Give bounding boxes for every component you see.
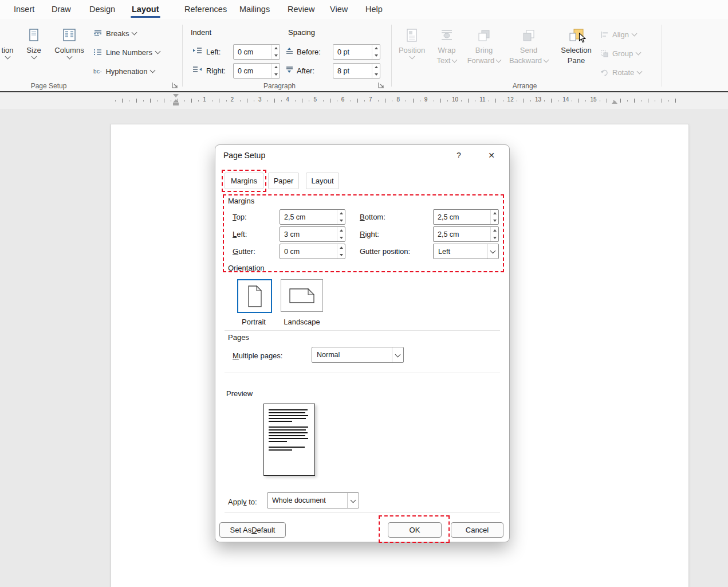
- spinner-up-icon[interactable]: [372, 45, 380, 52]
- columns-button[interactable]: Columns: [53, 27, 86, 82]
- spinner-up-icon[interactable]: [372, 64, 380, 71]
- indent-right-value: 0 cm: [234, 64, 271, 78]
- spinner-down-icon[interactable]: [372, 71, 380, 79]
- line-numbers-button-label: Line Numbers: [106, 48, 152, 57]
- spinner-down-icon[interactable]: [337, 234, 345, 242]
- spinner-up-icon[interactable]: [491, 227, 498, 234]
- portrait-option[interactable]: [237, 279, 272, 313]
- spinner-up-icon[interactable]: [337, 227, 345, 234]
- spinner-down-icon[interactable]: [337, 217, 345, 225]
- size-icon: [28, 27, 40, 44]
- menu-tab-design[interactable]: Design: [87, 0, 117, 19]
- right-margin-input[interactable]: 2,5 cm: [433, 226, 499, 242]
- tab-paper[interactable]: Paper: [268, 173, 299, 189]
- gutter-input[interactable]: 0 cm: [280, 244, 345, 259]
- page-setup-dialog-launcher-icon[interactable]: [172, 82, 179, 89]
- chevron-down-icon: [66, 54, 72, 60]
- paragraph-dialog-launcher-icon[interactable]: [378, 82, 385, 89]
- bottom-margin-input[interactable]: 2,5 cm: [433, 209, 499, 225]
- menu-tab-help[interactable]: Help: [363, 0, 385, 19]
- right-margin-value: 2,5 cm: [434, 227, 490, 241]
- multiple-pages-select[interactable]: Normal: [312, 347, 404, 363]
- menu-tab-references[interactable]: References: [182, 0, 229, 19]
- spinner-up-icon[interactable]: [272, 64, 280, 71]
- wrap-text-button[interactable]: Wrap Text: [432, 27, 462, 82]
- chevron-down-icon[interactable]: [347, 493, 359, 508]
- bring-forward-button[interactable]: Bring Forward: [465, 27, 503, 82]
- indent-right-input[interactable]: 0 cm: [233, 63, 280, 79]
- bring-forward-icon: [477, 27, 491, 44]
- breaks-button[interactable]: Breaks: [93, 27, 136, 40]
- spinner-up-icon[interactable]: [337, 244, 345, 252]
- wrap-text-icon: [440, 27, 454, 44]
- gutter-position-value: Left: [434, 244, 487, 259]
- left-margin-value: 3 cm: [280, 227, 337, 241]
- spacing-before-icon: [285, 47, 294, 54]
- multiple-pages-label: Multiple pages:: [233, 351, 282, 360]
- selection-pane-button-label-line1: Selection: [561, 46, 591, 54]
- set-as-default-button[interactable]: Set As Default: [219, 522, 286, 538]
- orientation-button-partial[interactable]: tion: [0, 27, 17, 82]
- right-indent-marker[interactable]: [612, 100, 617, 104]
- spinner-down-icon[interactable]: [372, 52, 380, 60]
- menu-tab-review[interactable]: Review: [285, 0, 317, 19]
- multiple-pages-value: Normal: [312, 347, 392, 362]
- selection-pane-button[interactable]: Selection Pane: [554, 27, 598, 82]
- first-line-indent-marker[interactable]: [173, 94, 179, 97]
- line-numbers-button[interactable]: Line Numbers: [93, 46, 160, 58]
- tab-layout[interactable]: Layout: [306, 173, 339, 189]
- send-backward-button[interactable]: Send Backward: [506, 27, 551, 82]
- size-button[interactable]: Size: [23, 27, 45, 82]
- spinner-down-icon[interactable]: [491, 217, 498, 225]
- tab-margins[interactable]: Margins: [225, 173, 263, 189]
- gutter-position-select[interactable]: Left: [433, 244, 499, 259]
- chevron-down-icon[interactable]: [392, 347, 403, 362]
- send-backward-icon: [522, 27, 536, 44]
- help-icon[interactable]: ?: [453, 150, 465, 161]
- chevron-down-icon: [636, 50, 642, 56]
- hyphenation-button[interactable]: bc- Hyphenation: [93, 65, 155, 77]
- portrait-icon: [246, 285, 263, 307]
- apply-to-label: Apply to:: [228, 498, 257, 506]
- spinner-down-icon[interactable]: [272, 52, 280, 60]
- left-margin-input[interactable]: 3 cm: [280, 226, 345, 242]
- spinner-down-icon[interactable]: [337, 252, 345, 259]
- chevron-down-icon[interactable]: [487, 244, 498, 259]
- spacing-before-value: 0 pt: [333, 45, 372, 59]
- menu-tab-draw[interactable]: Draw: [49, 0, 73, 19]
- cancel-button[interactable]: Cancel: [451, 522, 503, 538]
- right-margin-label: Right:: [360, 230, 379, 238]
- gutter-label: Gutter:: [233, 247, 255, 256]
- spacing-before-input[interactable]: 0 pt: [333, 44, 380, 60]
- horizontal-ruler[interactable]: 123456789101112131415: [0, 92, 728, 109]
- group-button-label: Group: [612, 49, 633, 58]
- menu-tab-mailings[interactable]: Mailings: [237, 0, 272, 19]
- spacing-after-input[interactable]: 8 pt: [333, 63, 380, 79]
- send-backward-button-label-line2: Backward: [509, 56, 542, 65]
- word-application-window: Insert Draw Design Layout References Mai…: [0, 0, 728, 587]
- left-indent-marker[interactable]: [173, 103, 179, 105]
- top-margin-value: 2,5 cm: [280, 210, 337, 224]
- spinner-up-icon[interactable]: [491, 210, 498, 217]
- position-button[interactable]: Position: [395, 27, 428, 82]
- close-icon[interactable]: ✕: [486, 150, 497, 161]
- spinner-down-icon[interactable]: [272, 71, 280, 79]
- preview-page-thumbnail: [263, 404, 315, 476]
- top-margin-input[interactable]: 2,5 cm: [280, 209, 345, 225]
- group-button[interactable]: Group: [600, 47, 640, 60]
- menu-tab-view[interactable]: View: [328, 0, 350, 19]
- spinner-up-icon[interactable]: [272, 45, 280, 52]
- indent-left-input[interactable]: 0 cm: [233, 44, 280, 60]
- ok-button[interactable]: OK: [388, 522, 442, 538]
- menu-tab-insert[interactable]: Insert: [11, 0, 37, 19]
- menu-tab-layout[interactable]: Layout: [129, 0, 162, 19]
- spinner-down-icon[interactable]: [491, 234, 498, 242]
- rotate-button[interactable]: Rotate: [600, 66, 642, 79]
- apply-to-select[interactable]: Whole document: [267, 492, 359, 508]
- spinner-up-icon[interactable]: [337, 210, 345, 217]
- hanging-indent-marker[interactable]: [173, 99, 179, 103]
- landscape-option[interactable]: [281, 279, 323, 312]
- indent-left-icon: [192, 47, 202, 54]
- indent-left-label: Left:: [206, 48, 221, 56]
- align-button[interactable]: Align: [600, 28, 636, 41]
